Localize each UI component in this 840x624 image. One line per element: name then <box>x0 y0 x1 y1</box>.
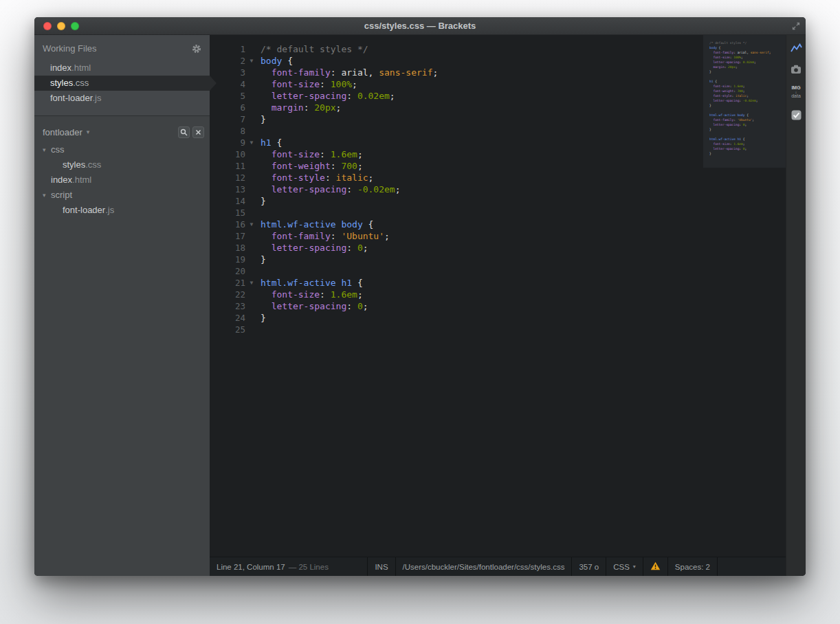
fold-gutter <box>245 207 258 219</box>
code-line-6: 6 margin: 20px; <box>210 102 703 113</box>
tree-folder-css[interactable]: ▾css <box>34 142 210 157</box>
fold-gutter <box>245 195 258 207</box>
file-extension: .html <box>72 172 91 188</box>
code-token: /* default styles */ <box>709 41 747 45</box>
line-number: 16 <box>210 219 245 230</box>
tree-file-styles.css[interactable]: styles.css <box>34 157 210 172</box>
lint-warning[interactable] <box>643 557 667 576</box>
code-token: : <box>346 91 357 101</box>
code-text <box>258 125 261 137</box>
working-file-styles.css[interactable]: styles.css <box>34 76 210 91</box>
line-number: 9 <box>210 137 245 148</box>
code-token: letter-spacing <box>713 99 739 102</box>
project-dropdown[interactable]: fontloader ▾ <box>43 127 89 137</box>
line-number: 8 <box>210 125 245 137</box>
code-text: } <box>258 113 266 125</box>
code-line-5: 5 letter-spacing: 0.02em; <box>210 90 703 102</box>
code-text: font-family: arial, sans-serif; <box>258 67 438 78</box>
fold-gutter <box>245 265 258 277</box>
fold-gutter <box>245 113 258 125</box>
fold-arrow-icon[interactable]: ▼ <box>245 277 258 289</box>
code-line-9: 9▼h1 { <box>210 137 703 148</box>
line-number: 19 <box>210 254 245 265</box>
fold-gutter <box>245 183 258 195</box>
code-token: 'Ubuntu' <box>738 118 753 122</box>
gear-icon[interactable] <box>192 44 201 54</box>
project-header: fontloader ▾ <box>34 122 210 142</box>
minimap-line: font-family: arial, sans-serif; <box>709 50 780 55</box>
code-token: } <box>709 70 711 74</box>
file-name: styles <box>50 78 73 88</box>
code-token: } <box>261 254 266 265</box>
code-line-22: 22 font-size: 1.6em; <box>210 289 703 300</box>
code-token: { <box>282 56 293 66</box>
project-buttons <box>178 126 204 138</box>
code-token: 100% <box>733 56 741 59</box>
file-extension: .js <box>105 203 114 218</box>
insert-mode-toggle[interactable]: INS <box>367 557 395 576</box>
fold-arrow-icon[interactable]: ▼ <box>245 137 258 148</box>
fold-gutter <box>245 242 258 254</box>
code-token: 20px <box>728 65 736 69</box>
folder-name: css <box>51 142 65 157</box>
code-token: font-family <box>713 118 733 122</box>
fold-gutter <box>245 78 258 90</box>
find-in-files-button[interactable] <box>178 126 190 138</box>
fold-gutter <box>245 312 258 324</box>
code-minimap[interactable]: /* default styles */body { font-family: … <box>703 35 786 168</box>
code-token: ; <box>745 123 747 126</box>
code-token: ; <box>395 184 401 194</box>
code-token: ; <box>357 149 363 159</box>
code-token: : arial, <box>733 51 750 54</box>
code-token: 20px <box>314 102 335 113</box>
camera-icon[interactable] <box>791 65 802 74</box>
tree-file-index.html[interactable]: index.html <box>34 172 210 188</box>
img-to-data-icon[interactable]: IMG ↓ data <box>791 86 801 98</box>
code-token: -0.02em <box>357 184 395 194</box>
line-chart-icon[interactable] <box>791 43 802 53</box>
indent-label: Spaces: 2 <box>675 563 710 571</box>
code-token: } <box>261 196 266 206</box>
code-token: 1.6em <box>733 85 743 88</box>
close-search-button[interactable] <box>192 126 204 138</box>
working-file-index.html[interactable]: index.html <box>34 60 210 76</box>
tree-folder-script[interactable]: ▾script <box>34 188 210 203</box>
twisty-icon: ▾ <box>43 188 51 203</box>
code-token: { <box>272 137 283 148</box>
code-line-12: 12 font-style: italic; <box>210 172 703 183</box>
file-extension: .js <box>92 93 101 103</box>
file-path: /Users/cbuckler/Sites/fontloader/css/sty… <box>395 557 572 576</box>
line-number: 5 <box>210 90 245 102</box>
statusbar-spacer <box>335 557 367 576</box>
code-editor[interactable]: 1/* default styles */2▼body {3 font-fami… <box>210 35 786 557</box>
code-text <box>258 207 261 219</box>
code-text: body { <box>258 55 293 67</box>
indent-setting[interactable]: Spaces: 2 <box>667 557 717 576</box>
fold-gutter <box>245 254 258 265</box>
fullscreen-icon[interactable] <box>791 21 801 31</box>
editor-column: 1/* default styles */2▼body {3 font-fami… <box>210 35 786 576</box>
code-token: ; <box>747 94 749 98</box>
tree-file-font-loader.js[interactable]: font-loader.js <box>34 203 210 218</box>
working-files-list: index.htmlstyles.cssfont-loader.js <box>34 60 210 106</box>
cursor-position-label: Line 21, Column 17 <box>217 563 285 571</box>
minimize-button[interactable] <box>57 22 65 30</box>
code-token: ; <box>384 231 390 241</box>
code-token: } <box>709 104 711 107</box>
close-button[interactable] <box>43 22 52 30</box>
minimap-line <box>709 156 780 161</box>
cursor-position[interactable]: Line 21, Column 17 — 25 Lines <box>210 557 335 576</box>
fold-arrow-icon[interactable]: ▼ <box>245 219 258 230</box>
checkbox-icon[interactable] <box>791 110 802 120</box>
code-token: font-size <box>272 149 320 159</box>
working-files-header: Working Files <box>34 43 210 60</box>
fold-gutter <box>245 67 258 78</box>
fold-arrow-icon[interactable]: ▼ <box>245 55 258 67</box>
working-file-font-loader.js[interactable]: font-loader.js <box>34 91 210 106</box>
code-text: html.wf-active body { <box>258 219 373 230</box>
code-token: { <box>713 80 716 83</box>
zoom-button[interactable] <box>71 22 79 30</box>
code-token: ; <box>390 91 395 101</box>
code-token: font-weight <box>272 161 331 171</box>
language-selector[interactable]: CSS ▾ <box>606 557 643 576</box>
